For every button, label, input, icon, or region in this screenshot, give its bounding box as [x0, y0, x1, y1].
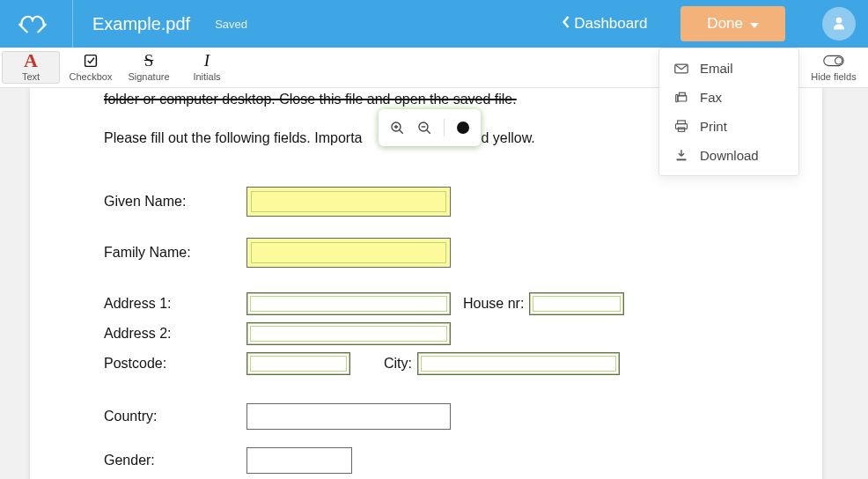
label-postcode: Postcode:	[104, 356, 246, 372]
signature-icon: S	[144, 53, 154, 69]
app-header: Example.pdf Saved Dashboard Done	[0, 0, 868, 48]
label-house-nr: House nr:	[463, 296, 524, 312]
label-address2: Address 2:	[104, 326, 246, 342]
tool-label: Signature	[128, 71, 169, 82]
svg-point-0	[836, 17, 842, 23]
caret-down-icon	[750, 15, 759, 33]
tool-checkbox[interactable]: Checkbox	[62, 48, 120, 87]
done-button[interactable]: Done	[680, 6, 785, 41]
zoom-in-button[interactable]	[390, 121, 405, 136]
menu-label: Email	[700, 61, 733, 76]
zoom-toolbar	[379, 109, 481, 146]
chevron-left-icon	[562, 15, 571, 33]
menu-print[interactable]: Print	[659, 112, 798, 141]
done-menu: Email Fax Print Download	[658, 48, 799, 176]
divider	[444, 119, 445, 136]
menu-label: Download	[700, 148, 759, 163]
tool-label: Initials	[193, 71, 220, 82]
label-gender: Gender:	[104, 453, 246, 468]
profile-avatar[interactable]	[822, 7, 856, 41]
record-button[interactable]	[457, 122, 469, 134]
done-label: Done	[707, 15, 743, 33]
field-house-nr[interactable]	[529, 292, 624, 315]
tool-initials[interactable]: I Initials	[178, 48, 236, 87]
hide-fields-toggle[interactable]: Hide fields	[799, 48, 868, 87]
label-city: City:	[384, 356, 412, 372]
tool-text[interactable]: A Text	[2, 51, 60, 84]
print-icon	[673, 120, 689, 133]
dot-icon	[457, 122, 469, 134]
menu-label: Print	[700, 119, 727, 134]
save-status: Saved	[215, 18, 247, 31]
menu-download[interactable]: Download	[659, 141, 798, 170]
menu-label: Fax	[700, 90, 722, 105]
toggle-label: Hide fields	[811, 71, 856, 82]
download-icon	[673, 149, 689, 162]
document-filename: Example.pdf	[92, 14, 190, 34]
dashboard-label: Dashboard	[574, 15, 647, 33]
svg-rect-8	[677, 158, 687, 160]
tool-label: Text	[22, 71, 40, 82]
zoom-out-button[interactable]	[417, 121, 432, 136]
label-family-name: Family Name:	[104, 245, 246, 261]
menu-email[interactable]: Email	[659, 54, 798, 83]
field-gender[interactable]	[246, 447, 352, 474]
svg-rect-4	[675, 95, 677, 102]
field-city[interactable]	[417, 352, 620, 375]
app-logo[interactable]	[12, 9, 53, 39]
label-country: Country:	[104, 409, 246, 424]
svg-rect-9	[85, 55, 97, 67]
svg-point-11	[835, 57, 842, 64]
checkbox-icon	[84, 53, 98, 69]
svg-rect-7	[678, 128, 684, 131]
toggle-icon	[823, 53, 844, 69]
fax-icon	[673, 91, 689, 104]
email-icon	[673, 63, 689, 74]
logo-icon	[18, 9, 48, 39]
dashboard-link[interactable]: Dashboard	[562, 15, 647, 33]
tool-signature[interactable]: S Signature	[120, 48, 178, 87]
user-icon	[831, 15, 847, 33]
label-given-name: Given Name:	[104, 194, 246, 210]
field-given-name[interactable]	[246, 187, 451, 217]
tool-label: Checkbox	[70, 71, 113, 82]
field-country[interactable]	[246, 403, 451, 430]
menu-fax[interactable]: Fax	[659, 83, 798, 112]
label-address1: Address 1:	[104, 296, 246, 312]
field-postcode[interactable]	[246, 352, 350, 375]
truncated-line: folder or computer desktop. Close this f…	[104, 92, 748, 107]
svg-rect-3	[679, 92, 685, 96]
field-address2[interactable]	[246, 322, 451, 345]
text-icon: A	[24, 53, 38, 69]
field-family-name[interactable]	[246, 238, 451, 268]
field-address1[interactable]	[246, 292, 451, 315]
initials-icon: I	[204, 53, 210, 69]
divider	[72, 0, 73, 48]
